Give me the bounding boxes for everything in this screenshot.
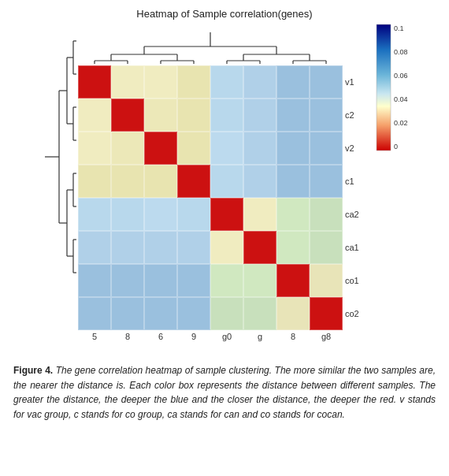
heatmap-cell <box>111 65 144 99</box>
svg-rect-44 <box>377 24 391 151</box>
heatmap-cell <box>276 264 310 297</box>
colorbar-labels: 0.10.080.060.040.020 <box>394 24 408 151</box>
heatmap-cell <box>210 165 243 198</box>
heatmap-cell <box>210 198 243 231</box>
heatmap-cell <box>243 165 276 198</box>
heatmap-cell <box>177 65 210 99</box>
heatmap-cell <box>144 297 177 330</box>
heatmap-cell <box>276 132 310 165</box>
heatmap-cell <box>144 132 177 165</box>
heatmap-cell <box>78 165 111 198</box>
heatmap-cell <box>78 297 111 330</box>
heatmap-cell <box>243 99 276 132</box>
heatmap-cell <box>310 165 343 198</box>
heatmap-cell <box>310 65 343 99</box>
heatmap-cell <box>144 165 177 198</box>
colorbar-tick-label: 0.06 <box>394 72 408 80</box>
heatmap-cell <box>210 297 243 330</box>
heatmap-cell <box>310 231 343 264</box>
colorbar-tick-label: 0.1 <box>394 24 408 32</box>
heatmap-cell <box>144 264 177 297</box>
heatmap-cell <box>177 264 210 297</box>
heatmap-cell <box>144 231 177 264</box>
colorbar-container: 0.10.080.060.040.020 <box>377 24 412 151</box>
col-label: g <box>243 330 276 354</box>
col-labels: 5869g0g8g8 <box>78 330 343 354</box>
heatmap-cell <box>276 165 310 198</box>
col-label: 8 <box>111 330 144 354</box>
heatmap-cell <box>144 65 177 99</box>
heatmap-cell <box>310 99 343 132</box>
row-label: c2 <box>343 99 370 132</box>
heatmap-cell <box>177 99 210 132</box>
heatmap-cell <box>177 231 210 264</box>
heatmap-cell <box>177 132 210 165</box>
heatmap-cell <box>177 165 210 198</box>
heatmap-cell <box>210 65 243 99</box>
heatmap-cell <box>111 132 144 165</box>
figure-caption: Figure 4. The gene correlation heatmap o… <box>12 363 437 422</box>
heatmap-cell <box>78 65 111 99</box>
col-label: 8 <box>276 330 310 354</box>
row-label: v2 <box>343 132 370 165</box>
heatmap-cell <box>310 198 343 231</box>
heatmap-cell <box>243 132 276 165</box>
heatmap-cell <box>111 198 144 231</box>
col-label: g8 <box>310 330 343 354</box>
col-label: g0 <box>210 330 243 354</box>
dendrogram-top <box>78 24 346 65</box>
heatmap-cell <box>78 99 111 132</box>
colorbar: 0.10.080.060.040.020 <box>377 24 391 151</box>
heatmap-cell <box>78 264 111 297</box>
col-label: 6 <box>144 330 177 354</box>
heatmap-cell <box>243 297 276 330</box>
heatmap-row: v1c2v2c1ca2ca1co1co2 <box>78 65 370 330</box>
heatmap-cell <box>243 65 276 99</box>
heatmap-cell <box>310 297 343 330</box>
col-label: 5 <box>78 330 111 354</box>
heatmap-cell <box>78 231 111 264</box>
page-container: Heatmap of Sample correlation(genes) <box>0 0 449 430</box>
heatmap-cell <box>276 297 310 330</box>
heatmap-cell <box>78 198 111 231</box>
colorbar-tick-label: 0.04 <box>394 95 408 103</box>
heatmap-cell <box>111 297 144 330</box>
row-label: v1 <box>343 65 370 99</box>
heatmap-cell <box>144 198 177 231</box>
heatmap-grid <box>78 65 343 330</box>
heatmap-cell <box>276 198 310 231</box>
heatmap-cell <box>243 231 276 264</box>
heatmap-cell <box>111 99 144 132</box>
heatmap-cell <box>310 132 343 165</box>
row-label: ca1 <box>343 231 370 264</box>
row-label: ca2 <box>343 198 370 231</box>
heatmap-cell <box>177 297 210 330</box>
col-label: 9 <box>177 330 210 354</box>
row-label: co1 <box>343 264 370 297</box>
heatmap-cell <box>276 231 310 264</box>
heatmap-cell <box>111 165 144 198</box>
heatmap-cell <box>210 132 243 165</box>
heatmap-wrapper: v1c2v2c1ca2ca1co1co2 5869g0g8g8 <box>37 24 412 354</box>
heatmap-cell <box>210 99 243 132</box>
dendrogram-top-container: v1c2v2c1ca2ca1co1co2 5869g0g8g8 <box>78 24 370 354</box>
chart-title: Heatmap of Sample correlation(genes) <box>136 8 312 20</box>
heatmap-cell <box>243 198 276 231</box>
dendrogram-left <box>37 24 78 292</box>
colorbar-tick-label: 0 <box>394 143 408 151</box>
heatmap-cell <box>276 99 310 132</box>
row-label: c1 <box>343 165 370 198</box>
heatmap-cell <box>111 264 144 297</box>
colorbar-tick-label: 0.08 <box>394 48 408 56</box>
heatmap-cell <box>243 264 276 297</box>
colorbar-tick-label: 0.02 <box>394 119 408 127</box>
heatmap-cell <box>78 132 111 165</box>
heatmap-cell <box>144 99 177 132</box>
row-label: co2 <box>343 297 370 330</box>
caption-text: The gene correlation heatmap of sample c… <box>13 365 436 420</box>
chart-area: Heatmap of Sample correlation(genes) <box>12 8 437 354</box>
row-labels: v1c2v2c1ca2ca1co1co2 <box>343 65 370 330</box>
heatmap-cell <box>210 264 243 297</box>
heatmap-cell <box>310 264 343 297</box>
heatmap-cell <box>111 231 144 264</box>
